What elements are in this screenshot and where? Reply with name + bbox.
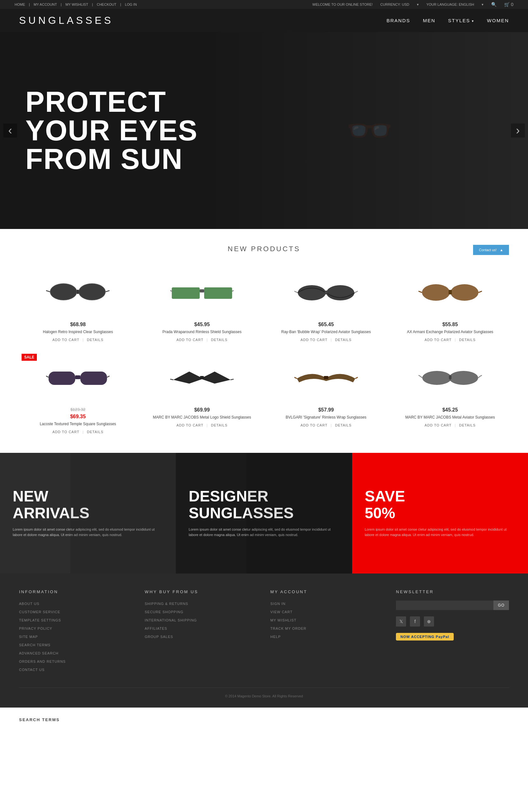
details-link[interactable]: DETAILS [87, 430, 103, 434]
footer-link[interactable]: CUSTOMER SERVICE [19, 610, 60, 614]
nav-checkout[interactable]: CHECKOUT [97, 2, 117, 6]
nav-home[interactable]: HOME [15, 2, 25, 6]
add-to-cart-button[interactable]: ADD TO CART [425, 338, 452, 342]
welcome-text: WELCOME TO OUR ONLINE STORE! [312, 2, 373, 6]
footer-link[interactable]: SIGN IN [270, 602, 286, 606]
contact-us-label: Contact us! [479, 248, 497, 252]
details-link[interactable]: DETAILS [87, 338, 103, 342]
promo-banner-image [246, 453, 352, 574]
twitter-icon[interactable]: 𝕏 [396, 617, 406, 626]
svg-line-13 [294, 291, 298, 293]
nav-styles[interactable]: STYLES [448, 18, 474, 23]
hero-line1: PROTECT [25, 86, 166, 118]
footer-link[interactable]: ORDERS AND RETURNS [19, 659, 66, 663]
hero-line3: FROM SUN [25, 143, 183, 175]
product-image-wrap [267, 351, 385, 402]
nav-brands[interactable]: BRANDS [386, 18, 410, 23]
footer-col-my-account: MY ACCOUNT SIGN IN VIEW CART MY WISHLIST… [270, 590, 383, 675]
product-actions: ADD TO CART | DETAILS [143, 338, 261, 342]
paypal-badge: NOW ACCEPTING PayPal [396, 633, 453, 640]
details-link[interactable]: DETAILS [211, 423, 228, 427]
footer-link[interactable]: MY WISHLIST [270, 618, 296, 622]
svg-line-30 [355, 377, 358, 378]
hero-next-arrow[interactable]: › [511, 124, 525, 137]
details-link[interactable]: DETAILS [211, 338, 228, 342]
nav-my-wishlist[interactable]: MY WISHLIST [65, 2, 88, 6]
product-name: MARC BY MARC JACOBS Metal Aviator Sungla… [391, 415, 509, 420]
promo-banner-new-arrivals[interactable]: NEW ARRIVALS Lorem ipsum dolor sit amet … [0, 453, 176, 574]
details-link[interactable]: DETAILS [459, 423, 475, 427]
site-logo[interactable]: SUNGLASSES [19, 15, 113, 26]
nav-my-account[interactable]: MY ACCOUNT [34, 2, 57, 6]
product-price: $45.95 [143, 322, 261, 328]
footer-link[interactable]: SHIPPING & RETURNS [145, 602, 188, 606]
currency-label[interactable]: CURRENCY: USD [380, 2, 409, 6]
footer-col-title: NEWSLETTER [396, 590, 509, 594]
footer-link[interactable]: GROUP SALES [145, 635, 173, 639]
nav-women[interactable]: WOMEN [487, 18, 509, 23]
language-label[interactable]: YOUR LANGUAGE: ENGLISH [426, 2, 474, 6]
footer-link[interactable]: SITE MAP [19, 635, 38, 639]
product-card: $65.45 Ray-Ban 'Bubble Wrap' Polarized A… [267, 266, 385, 342]
promo-body: Lorem ipsum dolor sit amet conse cletur … [365, 527, 515, 538]
product-image-wrap [391, 351, 509, 402]
product-card: $45.25 MARC BY MARC JACOBS Metal Aviator… [391, 351, 509, 434]
product-original-price: $123.32 [19, 407, 137, 412]
hero-prev-arrow[interactable]: ‹ [3, 124, 17, 137]
details-link[interactable]: DETAILS [335, 338, 351, 342]
footer-link[interactable]: ABOUT US [19, 602, 39, 606]
product-image-wrap [143, 351, 261, 402]
products-grid: $68.98 Halogen Retro Inspired Clear Sung… [19, 266, 509, 434]
cart-icon[interactable]: 🛒 0 [504, 2, 513, 7]
product-price: $57.99 [267, 407, 385, 413]
footer-link[interactable]: CONTACT US [19, 668, 45, 672]
copyright: © 2014 Magento Demo Store. All Rights Re… [225, 694, 303, 698]
facebook-icon[interactable]: f [410, 617, 420, 626]
add-to-cart-button[interactable]: ADD TO CART [177, 338, 204, 342]
footer-link[interactable]: VIEW CART [270, 610, 293, 614]
add-to-cart-button[interactable]: ADD TO CART [53, 338, 79, 342]
svg-point-32 [449, 371, 478, 385]
add-to-cart-button[interactable]: ADD TO CART [177, 423, 204, 427]
add-to-cart-button[interactable]: ADD TO CART [300, 338, 327, 342]
footer-link[interactable]: INTERNATIONAL SHIPPING [145, 618, 197, 622]
footer-link[interactable]: PRIVACY POLICY [19, 626, 53, 630]
footer-link[interactable]: SECURE SHOPPING [145, 610, 184, 614]
product-actions: ADD TO CART | DETAILS [19, 430, 137, 434]
add-to-cart-button[interactable]: ADD TO CART [300, 423, 327, 427]
details-link[interactable]: DETAILS [459, 338, 475, 342]
search-icon[interactable]: 🔍 [491, 2, 497, 7]
footer-link[interactable]: HELP [270, 635, 281, 639]
contact-us-widget[interactable]: Contact us! ▲ [473, 245, 509, 255]
promo-banner-designer[interactable]: DESIGNER SUNGLASSES Lorem ipsum dolor si… [176, 453, 352, 574]
product-name: Halogen Retro Inspired Clear Sunglasses [19, 329, 137, 335]
top-bar: HOME | MY ACCOUNT | MY WISHLIST | CHECKO… [0, 0, 528, 9]
newsletter-go-button[interactable]: GO [494, 600, 509, 610]
top-bar-left: HOME | MY ACCOUNT | MY WISHLIST | CHECKO… [13, 2, 139, 6]
svg-rect-2 [77, 290, 79, 294]
product-actions: ADD TO CART | DETAILS [267, 338, 385, 342]
newsletter-email-input[interactable] [396, 600, 494, 610]
product-image [170, 278, 234, 304]
nav-log-in[interactable]: LOG IN [125, 2, 137, 6]
footer-link[interactable]: TRACK MY ORDER [270, 626, 306, 630]
footer-link[interactable]: ADVANCED SEARCH [19, 651, 58, 655]
product-actions: ADD TO CART | DETAILS [19, 338, 137, 342]
footer: INFORMATION ABOUT US CUSTOMER SERVICE TE… [0, 574, 528, 708]
footer-link[interactable]: AFFILIATES [145, 626, 167, 630]
header: SUNGLASSES BRANDS MEN STYLES WOMEN [0, 9, 528, 32]
nav-men[interactable]: MEN [423, 18, 435, 23]
footer-link[interactable]: SEARCH TERMS [19, 643, 50, 647]
footer-link[interactable]: TEMPLATE SETTINGS [19, 618, 61, 622]
add-to-cart-button[interactable]: ADD TO CART [53, 430, 79, 434]
product-image-wrap: SALE [19, 351, 137, 402]
svg-line-14 [354, 291, 358, 293]
promo-banner-save[interactable]: SAVE 50% Lorem ipsum dolor sit amet cons… [352, 453, 528, 574]
details-link[interactable]: DETAILS [335, 423, 351, 427]
product-actions: ADD TO CART | DETAILS [391, 423, 509, 427]
search-terms-title: SEARCH TERMS [19, 717, 509, 722]
product-name: BVLGARI 'Signature' Rimless Wrap Sunglas… [267, 415, 385, 420]
add-to-cart-button[interactable]: ADD TO CART [425, 423, 452, 427]
rss-icon[interactable]: ⊕ [424, 617, 434, 626]
footer-col-information: INFORMATION ABOUT US CUSTOMER SERVICE TE… [19, 590, 132, 675]
